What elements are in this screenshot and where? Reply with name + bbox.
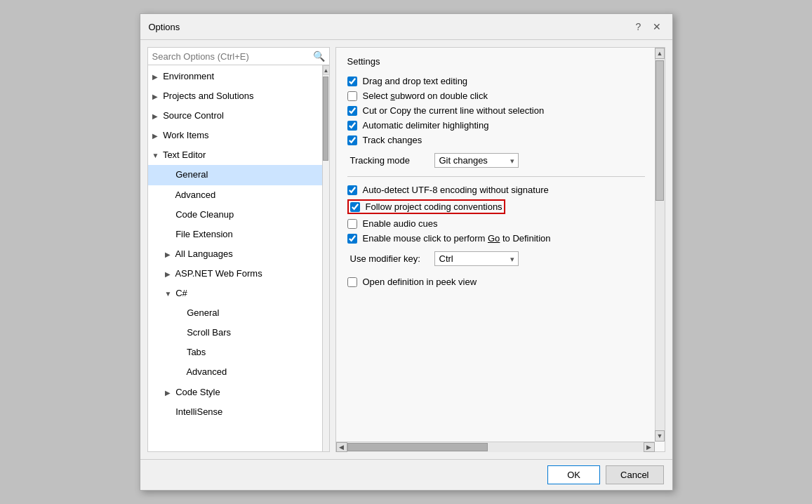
checkbox-auto-delimiter[interactable]	[347, 121, 357, 131]
checkbox-row-peek-view: Open definition in peek view	[347, 274, 645, 289]
tree-label-file-extension: File Extension	[175, 229, 233, 239]
dialog-title: Options	[149, 22, 180, 32]
search-icon: 🔍	[313, 51, 325, 62]
label-follow-project[interactable]: Follow project coding conventions	[366, 201, 502, 212]
arrow-all-languages: ▶	[165, 248, 173, 260]
cancel-button[interactable]: Cancel	[606, 465, 663, 484]
title-bar: Options ? ✕	[140, 14, 672, 40]
tree-item-csharp-advanced[interactable]: Advanced	[148, 362, 322, 382]
tree-item-code-cleanup[interactable]: Code Cleanup	[148, 205, 322, 225]
tree-scroll-content: ▶ Environment ▶ Projects and Solutions ▶…	[148, 65, 322, 451]
underline-go: Go	[488, 233, 500, 244]
checkbox-drag-drop[interactable]	[347, 77, 357, 86]
checkbox-follow-project[interactable]	[350, 202, 360, 212]
checkbox-mouse-click[interactable]	[347, 234, 357, 244]
tree-item-environment[interactable]: ▶ Environment	[148, 67, 322, 86]
tracking-mode-select[interactable]: Git changes None Always	[434, 153, 519, 168]
underline-s: s	[390, 91, 395, 101]
checkbox-row-mouse-click: Enable mouse click to perform Go to Defi…	[347, 231, 645, 246]
title-controls: ? ✕	[632, 20, 664, 34]
tree-label-general: General	[175, 169, 208, 180]
arrow-source-control: ▶	[152, 110, 161, 122]
tree-item-code-style[interactable]: ▶ Code Style	[148, 383, 322, 402]
label-peek-view[interactable]: Open definition in peek view	[363, 277, 477, 287]
divider-1	[347, 176, 645, 177]
label-drag-drop[interactable]: Drag and drop text editing	[363, 76, 468, 86]
label-mouse-click[interactable]: Enable mouse click to perform Go to Defi…	[363, 233, 551, 244]
label-cut-copy[interactable]: Cut or Copy the current line without sel…	[363, 105, 545, 116]
vscroll-up-arrow[interactable]: ▲	[655, 48, 665, 59]
checkbox-track-changes[interactable]	[347, 135, 357, 145]
vscroll-thumb[interactable]	[655, 60, 664, 201]
vscroll-track	[655, 59, 664, 430]
checkbox-cut-copy[interactable]	[347, 106, 357, 116]
checkbox-select-subword[interactable]	[347, 91, 357, 101]
scroll-thumb[interactable]	[323, 77, 328, 161]
tree-label-code-style: Code Style	[175, 387, 220, 397]
modifier-key-label: Use modifier key:	[350, 253, 427, 264]
checkbox-utf8[interactable]	[347, 185, 357, 195]
label-auto-delimiter[interactable]: Automatic delimiter highlighting	[363, 120, 489, 131]
label-track-changes[interactable]: Track changes	[363, 135, 422, 145]
checkbox-row-auto-delimiter: Automatic delimiter highlighting	[347, 118, 645, 133]
label-select-subword[interactable]: Select subword on double click	[363, 91, 488, 101]
tree-item-intellisense[interactable]: IntelliSense	[148, 402, 322, 422]
tree-item-file-extension[interactable]: File Extension	[148, 225, 322, 244]
modifier-key-select[interactable]: Ctrl Alt	[434, 251, 519, 266]
tree-item-advanced[interactable]: Advanced	[148, 185, 322, 205]
dialog-footer: OK Cancel	[140, 459, 672, 490]
checkbox-peek-view[interactable]	[347, 277, 357, 287]
settings-scroll-area: Settings Drag and drop text editing Sele…	[336, 48, 665, 442]
checkbox-audio-cues[interactable]	[347, 219, 357, 229]
hscroll-thumb[interactable]	[347, 443, 488, 451]
modifier-key-row: Use modifier key: Ctrl Alt	[350, 248, 645, 269]
tree-item-tabs[interactable]: Tabs	[148, 343, 322, 362]
checkbox-row-follow-project: Follow project coding conventions	[347, 197, 645, 216]
label-audio-cues[interactable]: Enable audio cues	[363, 218, 438, 229]
tree-label-csharp: C#	[175, 288, 187, 298]
hscroll-right-arrow[interactable]: ▶	[644, 442, 655, 452]
right-panel-scrollbar: ▲ ▼	[655, 48, 665, 442]
tree-item-work-items[interactable]: ▶ Work Items	[148, 126, 322, 145]
tree-item-all-languages[interactable]: ▶ All Languages	[148, 244, 322, 264]
hscroll-left-arrow[interactable]: ◀	[336, 442, 347, 452]
search-input[interactable]	[152, 51, 313, 62]
tree-label-text-editor: Text Editor	[163, 150, 206, 160]
tree-label-scroll-bars: Scroll Bars	[187, 327, 231, 338]
close-button[interactable]: ✕	[650, 20, 664, 34]
tree-item-aspnet[interactable]: ▶ ASP.NET Web Forms	[148, 264, 322, 284]
tree-item-csharp[interactable]: ▼ C#	[148, 284, 322, 303]
checkbox-row-drag-drop: Drag and drop text editing	[347, 74, 645, 88]
help-button[interactable]: ?	[632, 20, 646, 34]
tree-item-general[interactable]: General	[148, 165, 322, 185]
label-utf8[interactable]: Auto-detect UTF-8 encoding without signa…	[363, 185, 549, 195]
tree-item-text-editor[interactable]: ▼ Text Editor	[148, 145, 322, 165]
arrow-projects: ▶	[152, 91, 161, 102]
left-panel: 🔍 ▶ Environment ▶ Projects and Solutions	[147, 47, 330, 452]
tree-label-csharp-general: General	[187, 307, 219, 318]
ok-button[interactable]: OK	[547, 465, 600, 484]
tree-item-scroll-bars[interactable]: Scroll Bars	[148, 323, 322, 343]
checkbox-row-select-subword: Select subword on double click	[347, 88, 645, 103]
vscroll-down-arrow[interactable]: ▼	[655, 430, 665, 442]
tree-label-advanced: Advanced	[175, 190, 215, 200]
scroll-up-arrow[interactable]: ▲	[323, 65, 330, 75]
tree-label-code-cleanup: Code Cleanup	[175, 209, 234, 220]
arrow-text-editor: ▼	[152, 150, 161, 161]
tracking-mode-dropdown-wrapper: Git changes None Always	[434, 153, 519, 168]
arrow-aspnet: ▶	[165, 268, 173, 280]
right-panel: Settings Drag and drop text editing Sele…	[335, 47, 665, 452]
left-panel-scrollbar: ▲	[322, 65, 329, 451]
tree-label-projects: Projects and Solutions	[163, 91, 253, 101]
arrow-csharp: ▼	[165, 288, 173, 300]
tree-item-source-control[interactable]: ▶ Source Control	[148, 106, 322, 126]
tree-item-projects-solutions[interactable]: ▶ Projects and Solutions	[148, 86, 322, 106]
arrow-code-style: ▶	[165, 387, 173, 399]
tree-label-all-languages: All Languages	[175, 248, 232, 259]
checkbox-row-utf8: Auto-detect UTF-8 encoding without signa…	[347, 183, 645, 197]
tree-label-csharp-advanced: Advanced	[186, 366, 227, 377]
tree-label-intellisense: IntelliSense	[175, 406, 222, 417]
hscroll-track	[347, 442, 644, 452]
tracking-mode-label: Tracking mode	[350, 155, 427, 166]
tree-item-csharp-general[interactable]: General	[148, 303, 322, 323]
